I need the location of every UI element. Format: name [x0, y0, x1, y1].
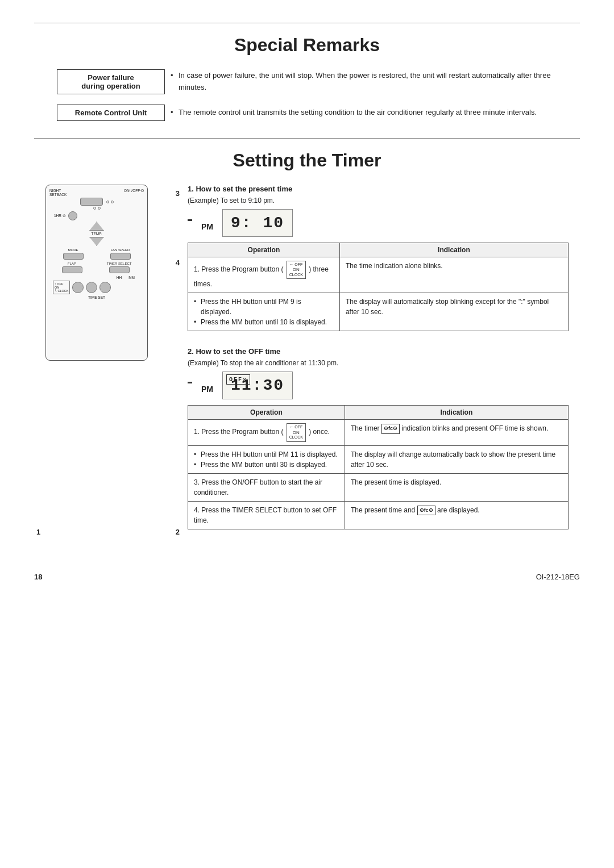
table-header-row: Operation Indication	[188, 243, 569, 257]
step2-example: (Example) To stop the air conditioner at…	[188, 359, 569, 367]
temp-up-btn[interactable]	[89, 222, 104, 231]
off-indicator: OFF⊙	[226, 374, 250, 385]
step2-op2: Press the HH button until PM 11 is displ…	[188, 445, 345, 473]
step2-ind4: The present time and ⊙fc⊙ are displayed.	[345, 501, 568, 529]
step1-dash	[188, 219, 192, 221]
step2-display: OFF⊙ 11:30	[222, 372, 293, 399]
mode-btn[interactable]	[63, 253, 84, 260]
step1-ind2: The display will automatically stop blin…	[339, 293, 568, 331]
step1-display-area: PM 9: 10	[188, 209, 569, 237]
power-failure-label: Power failureduring operation	[57, 69, 165, 94]
hh-mm-labels: HH MM	[49, 276, 135, 279]
step1-row2: Press the HH button until PM 9 is displa…	[188, 293, 569, 331]
timer-off-icon1: ⊙fc⊙	[381, 424, 400, 434]
step2-row1: 1. Press the Program button ( ← OFF ON C…	[188, 420, 569, 445]
step1-op2: Press the HH button until PM 9 is displa…	[188, 293, 340, 331]
step2-row2: Press the HH button until PM 11 is displ…	[188, 445, 569, 473]
led2	[111, 201, 114, 203]
mode-group: MODE	[63, 248, 84, 260]
timer-off-icon2: ⊙fc⊙	[417, 506, 435, 516]
setting-timer-title: Setting the Timer	[34, 150, 580, 171]
night-setback-btn[interactable]	[80, 198, 103, 206]
led4	[98, 207, 101, 210]
clock-text: └ CLOCK	[55, 289, 68, 293]
step2-op4: 4. Press the TIMER SELECT button to set …	[188, 501, 345, 529]
flap-timerselect-row: FLAP TIMER SELECT	[49, 262, 144, 273]
flap-label: FLAP	[68, 262, 76, 265]
on-off-label: ON·I/OFF·O	[124, 189, 144, 197]
step1-header: 1. How to set the present time	[188, 185, 569, 193]
timer-main-layout: NIGHTSETBACK ON·I/OFF·O 1HR	[45, 185, 569, 545]
diagram-num-1: 1	[36, 528, 40, 536]
rc-top-row: NIGHTSETBACK ON·I/OFF·O	[49, 189, 144, 197]
program-btn-icon1: ← OFF ON CLOCK	[287, 261, 306, 279]
timer-select-group: TIMER SELECT	[107, 262, 132, 273]
step1-pm: PM	[201, 222, 213, 231]
step2-header: 2. How to set the OFF time	[188, 347, 569, 356]
fanspeed-group: FAN SPEED	[110, 248, 131, 260]
remote-control-text: The remote control unit transmits the se…	[171, 107, 557, 119]
step2-op1: 1. Press the Program button ( ← OFF ON C…	[188, 420, 345, 445]
power-failure-text: In case of power failure, the unit will …	[171, 70, 557, 94]
step2-op3: 3. Press the ON/OFF button to start the …	[188, 473, 345, 501]
timer-select-label: TIMER SELECT	[107, 262, 132, 265]
diagram-num-4: 4	[176, 258, 180, 267]
step2-section: 2. How to set the OFF time (Example) To …	[188, 347, 569, 529]
remarks-grid: Power failureduring operation In case of…	[57, 69, 557, 121]
flap-btn[interactable]	[62, 266, 82, 273]
time-set-label: TIME SET	[49, 295, 144, 299]
diagram-num-2: 2	[176, 528, 180, 536]
step2-pm: PM	[201, 385, 213, 394]
fan-speed-label: FAN SPEED	[111, 248, 130, 252]
step2-display-area: PM OFF⊙ 11:30	[188, 372, 569, 399]
mode-fanspeed-row: MODE FAN SPEED	[49, 248, 144, 260]
1hr-btn[interactable]	[68, 211, 77, 220]
mm-btn[interactable]	[99, 282, 111, 293]
led1	[106, 201, 109, 203]
step2-header-row: Operation Indication	[188, 406, 569, 420]
step2-table: Operation Indication 1. Press the Progra…	[188, 405, 569, 529]
remote-control-diagram: NIGHTSETBACK ON·I/OFF·O 1HR	[45, 185, 148, 361]
temp-control: TEMP.	[49, 222, 144, 246]
led3	[93, 207, 96, 210]
step2-row4: 4. Press the TIMER SELECT button to set …	[188, 501, 569, 529]
operation-header: Operation	[188, 243, 340, 257]
special-remarks-title: Special Remarks	[34, 35, 580, 56]
timer-select-btn[interactable]	[109, 266, 130, 273]
temp-down-btn[interactable]	[89, 237, 104, 246]
led-row2	[49, 207, 144, 210]
footer: 18 OI-212-18EG	[34, 568, 580, 581]
step2-row3: 3. Press the ON/OFF button to start the …	[188, 473, 569, 501]
program-btn[interactable]	[72, 282, 84, 293]
indicator-lights	[106, 198, 114, 206]
1hr-label: 1HR ⊙	[54, 214, 66, 218]
step1-table: Operation Indication 1. Press the Progra…	[188, 243, 569, 331]
step1-op1: 1. Press the Program button ( ← OFF ON C…	[188, 257, 340, 293]
flap-group: FLAP	[62, 262, 82, 273]
doc-number: OI-212-18EG	[536, 573, 580, 581]
fan-speed-btn[interactable]	[110, 253, 131, 260]
indication-header: Indication	[339, 243, 568, 257]
off-on-clock-group: ↑ OFF ON └ CLOCK	[53, 281, 70, 294]
mm-label: MM	[128, 276, 135, 279]
step2-dash	[188, 382, 192, 383]
step2-ind1: The timer ⊙fc⊙ indication blinks and pre…	[345, 420, 568, 445]
hh-btn[interactable]	[86, 282, 97, 293]
step1-row1: 1. Press the Program button ( ← OFF ON C…	[188, 257, 569, 293]
step1-ind1: The time indication alone blinks.	[339, 257, 568, 293]
temp-label-rc: TEMP.	[91, 232, 102, 236]
bottom-row: ↑ OFF ON └ CLOCK	[53, 281, 140, 294]
step1-display: 9: 10	[222, 209, 293, 237]
hh-label: HH	[117, 276, 122, 279]
top-buttons-row[interactable]	[49, 198, 144, 206]
mode-label: MODE	[68, 248, 78, 252]
remote-diagram-area: NIGHTSETBACK ON·I/OFF·O 1HR	[45, 185, 171, 545]
step2-op-header: Operation	[188, 406, 345, 420]
step1-example: (Example) To set to 9:10 pm.	[188, 197, 569, 205]
diagram-num-3: 3	[176, 189, 180, 198]
hr-row: 1HR ⊙	[54, 211, 144, 220]
steps-area: 1. How to set the present time (Example)…	[188, 185, 569, 545]
night-setback-label: NIGHTSETBACK	[49, 189, 67, 197]
step2-ind-header: Indication	[345, 406, 568, 420]
setting-timer-section: Setting the Timer NIGHTSETBACK ON·I/OFF·…	[34, 138, 580, 545]
